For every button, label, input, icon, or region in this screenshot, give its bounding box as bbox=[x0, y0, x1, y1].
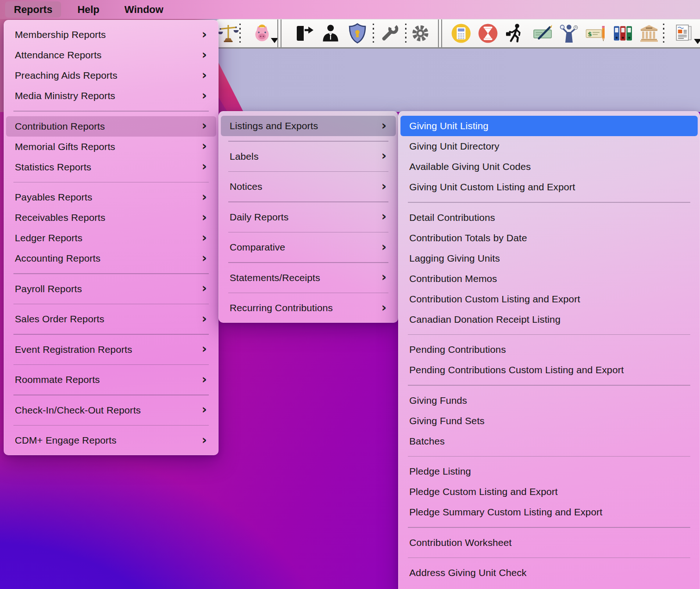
menu-item-label: Batches bbox=[409, 436, 445, 447]
listings-and-exports-submenu: Giving Unit ListingGiving Unit Directory… bbox=[398, 111, 700, 589]
menu-item-pledge-listing[interactable]: Pledge Listing bbox=[400, 461, 698, 482]
menu-item-label: Canadian Donation Receipt Listing bbox=[409, 314, 561, 325]
menu-item-giving-unit-listing[interactable]: Giving Unit Listing bbox=[400, 116, 698, 136]
menu-item-canadian-donation-receipt-listing[interactable]: Canadian Donation Receipt Listing bbox=[400, 309, 698, 330]
menu-item-label: Sales Order Reports bbox=[15, 313, 104, 325]
menu-separator bbox=[13, 111, 209, 112]
menu-item-roommate-reports[interactable]: Roommate Reports› bbox=[6, 370, 216, 390]
security-shield-icon[interactable] bbox=[346, 22, 369, 44]
menu-separator bbox=[228, 141, 388, 142]
menu-item-cdm-engage-reports[interactable]: CDM+ Engage Reports› bbox=[6, 430, 216, 451]
menu-item-sales-order-reports[interactable]: Sales Order Reports› bbox=[6, 309, 216, 329]
menu-item-attendance-reports[interactable]: Attendance Reports› bbox=[6, 45, 216, 65]
menu-item-label: Giving Fund Sets bbox=[409, 415, 485, 426]
menu-item-label: Receivables Reports bbox=[15, 212, 106, 223]
exit-door-icon[interactable] bbox=[293, 22, 315, 44]
chevron-right-icon: › bbox=[202, 160, 207, 172]
menubar-item-reports[interactable]: Reports bbox=[5, 1, 61, 18]
gear-settings-icon[interactable] bbox=[409, 22, 431, 44]
menu-item-media-ministry-reports[interactable]: Media Ministry Reports› bbox=[6, 86, 216, 106]
menu-item-listings-and-exports[interactable]: Listings and Exports› bbox=[221, 116, 396, 136]
menu-item-detail-contributions[interactable]: Detail Contributions bbox=[400, 207, 698, 228]
menu-item-label: Contribution Totals by Date bbox=[409, 232, 527, 244]
menu-item-comparative[interactable]: Comparative› bbox=[221, 237, 396, 257]
menu-item-pending-contributions[interactable]: Pending Contributions bbox=[400, 339, 698, 360]
menu-item-contribution-memos[interactable]: Contribution Memos bbox=[400, 269, 698, 289]
menu-separator bbox=[13, 304, 209, 305]
app-toolbar: $ bbox=[215, 19, 700, 49]
menu-item-event-registration-reports[interactable]: Event Registration Reports› bbox=[6, 339, 216, 360]
menu-item-pledge-custom-listing-and-export[interactable]: Pledge Custom Listing and Export bbox=[400, 482, 698, 502]
menu-item-check-in-check-out-reports[interactable]: Check-In/Check-Out Reports› bbox=[6, 400, 216, 420]
menu-item-giving-fund-sets[interactable]: Giving Fund Sets bbox=[400, 411, 698, 431]
wrench-utilities-icon[interactable] bbox=[379, 22, 401, 44]
menu-separator bbox=[13, 425, 209, 426]
menu-item-daily-reports[interactable]: Daily Reports› bbox=[221, 207, 396, 227]
menu-item-contribution-reports[interactable]: Contribution Reports› bbox=[6, 116, 216, 137]
menu-item-giving-unit-custom-listing-and-export[interactable]: Giving Unit Custom Listing and Export bbox=[400, 177, 698, 197]
menu-separator bbox=[13, 182, 209, 183]
menu-item-statements-receipts[interactable]: Statements/Receipts› bbox=[221, 268, 396, 288]
report-document-icon[interactable] bbox=[673, 22, 695, 44]
chevron-right-icon: › bbox=[381, 119, 387, 132]
menu-item-available-giving-unit-codes[interactable]: Available Giving Unit Codes bbox=[400, 157, 698, 177]
payroll-person-icon[interactable] bbox=[558, 22, 580, 44]
menu-item-notices[interactable]: Notices› bbox=[221, 176, 396, 197]
menu-item-label: Contribution Reports bbox=[15, 121, 105, 132]
menubar-item-help[interactable]: Help bbox=[69, 1, 108, 18]
menu-item-labels[interactable]: Labels› bbox=[221, 146, 396, 167]
visitor-walking-icon[interactable] bbox=[504, 22, 526, 44]
menu-item-giving-funds[interactable]: Giving Funds bbox=[400, 390, 698, 411]
menu-item-pledge-summary-custom-listing-and-export[interactable]: Pledge Summary Custom Listing and Export bbox=[400, 502, 698, 522]
chevron-right-icon: › bbox=[381, 149, 387, 162]
menu-item-label: Contribution Custom Listing and Export bbox=[409, 294, 580, 305]
menu-item-label: Payables Reports bbox=[15, 192, 92, 203]
chevron-right-icon: › bbox=[202, 231, 207, 244]
menu-separator bbox=[13, 334, 209, 335]
piggy-bank-icon[interactable] bbox=[251, 22, 273, 44]
menubar-item-window[interactable]: Window bbox=[116, 1, 172, 18]
menu-item-payroll-reports[interactable]: Payroll Reports› bbox=[6, 279, 216, 299]
menu-separator bbox=[408, 334, 690, 335]
chevron-right-icon: › bbox=[202, 342, 207, 355]
menu-item-membership-reports[interactable]: Membership Reports› bbox=[6, 25, 216, 45]
menu-item-giving-unit-directory[interactable]: Giving Unit Directory bbox=[400, 136, 698, 157]
menu-item-accounting-reports[interactable]: Accounting Reports› bbox=[6, 248, 216, 269]
menubar-item-label: Help bbox=[77, 4, 100, 16]
balance-scale-icon[interactable] bbox=[217, 22, 239, 44]
menu-item-memorial-gifts-reports[interactable]: Memorial Gifts Reports› bbox=[6, 137, 216, 157]
check-writing-icon[interactable] bbox=[531, 22, 554, 44]
menu-item-batches[interactable]: Batches bbox=[400, 431, 698, 451]
toolbar-separator bbox=[405, 24, 406, 44]
bank-building-icon[interactable] bbox=[638, 22, 660, 44]
chevron-right-icon: › bbox=[202, 48, 207, 61]
chevron-right-icon: › bbox=[202, 28, 207, 40]
payroll-check-icon[interactable]: $ bbox=[585, 22, 607, 44]
binders-ledger-icon[interactable] bbox=[612, 22, 634, 44]
menu-item-preaching-aids-reports[interactable]: Preaching Aids Reports› bbox=[6, 65, 216, 86]
chevron-right-icon: › bbox=[202, 89, 207, 101]
menu-separator bbox=[13, 364, 209, 365]
menu-item-contribution-worksheet[interactable]: Contribution Worksheet bbox=[400, 533, 698, 553]
menu-item-label: Statistics Reports bbox=[15, 162, 91, 173]
menu-item-label: CDM+ Engage Reports bbox=[15, 435, 117, 446]
menu-item-contribution-custom-listing-and-export[interactable]: Contribution Custom Listing and Export bbox=[400, 289, 698, 309]
menu-item-label: Preaching Aids Reports bbox=[15, 70, 118, 81]
menubar-item-label: Window bbox=[125, 4, 163, 16]
person-record-icon[interactable] bbox=[319, 22, 342, 44]
menu-item-label: Available Giving Unit Codes bbox=[409, 161, 531, 172]
hourglass-time-icon[interactable] bbox=[477, 22, 499, 44]
menu-item-label: Pledge Summary Custom Listing and Export bbox=[409, 507, 602, 518]
menu-item-statistics-reports[interactable]: Statistics Reports› bbox=[6, 157, 216, 177]
menu-item-lagging-giving-units[interactable]: Lagging Giving Units bbox=[400, 248, 698, 269]
menu-item-payables-reports[interactable]: Payables Reports› bbox=[6, 187, 216, 207]
menu-item-contribution-totals-by-date[interactable]: Contribution Totals by Date bbox=[400, 228, 698, 248]
menu-item-label: Ledger Reports bbox=[15, 232, 82, 244]
menu-item-address-giving-unit-check[interactable]: Address Giving Unit Check bbox=[400, 563, 698, 583]
chevron-right-icon: › bbox=[381, 240, 387, 253]
calculator-icon[interactable] bbox=[450, 22, 472, 44]
menu-item-pending-contributions-custom-listing-and-export[interactable]: Pending Contributions Custom Listing and… bbox=[400, 360, 698, 380]
menu-item-receivables-reports[interactable]: Receivables Reports› bbox=[6, 207, 216, 228]
menu-item-recurring-contributions[interactable]: Recurring Contributions› bbox=[221, 298, 396, 318]
menu-item-ledger-reports[interactable]: Ledger Reports› bbox=[6, 228, 216, 248]
